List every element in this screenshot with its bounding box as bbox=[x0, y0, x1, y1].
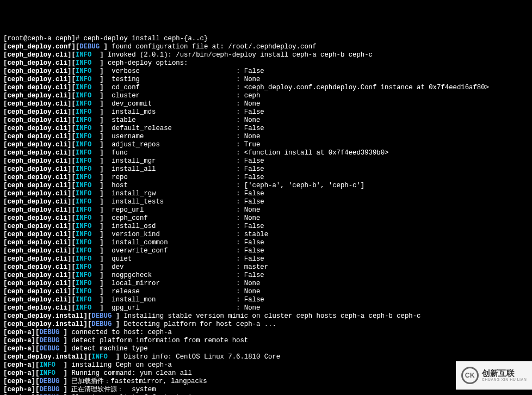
watermark-glyph: CK bbox=[461, 367, 479, 384]
watermark-text-py: CHUANG XIN HU LIAN bbox=[482, 378, 527, 382]
terminal-output: [root@ceph-a ceph]# ceph-deploy install … bbox=[3, 35, 529, 395]
watermark-text-zh: 创新互联 bbox=[482, 369, 527, 378]
watermark-logo: CK 创新互联 CHUANG XIN HU LIAN bbox=[456, 361, 532, 390]
